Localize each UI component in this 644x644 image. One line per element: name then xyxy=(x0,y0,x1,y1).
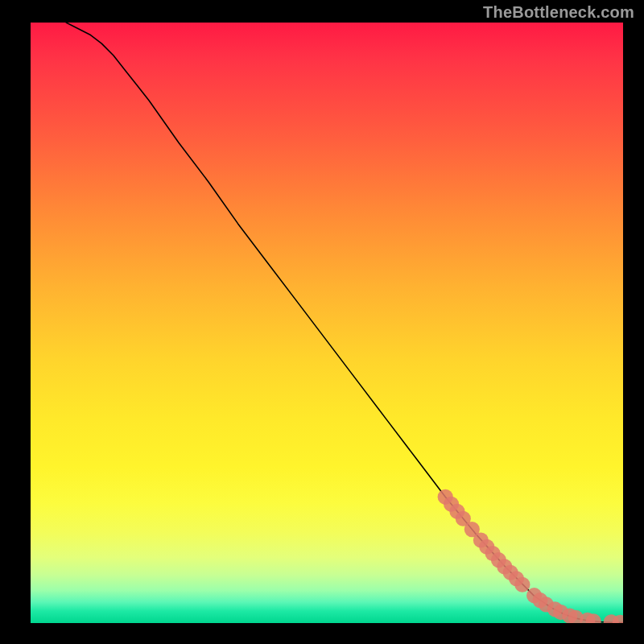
bottleneck-curve xyxy=(66,23,623,623)
plot-area xyxy=(31,23,623,623)
attribution-label: TheBottleneck.com xyxy=(483,3,634,22)
chart-overlay xyxy=(31,23,623,623)
data-point-markers xyxy=(438,489,623,623)
data-point xyxy=(514,577,530,592)
